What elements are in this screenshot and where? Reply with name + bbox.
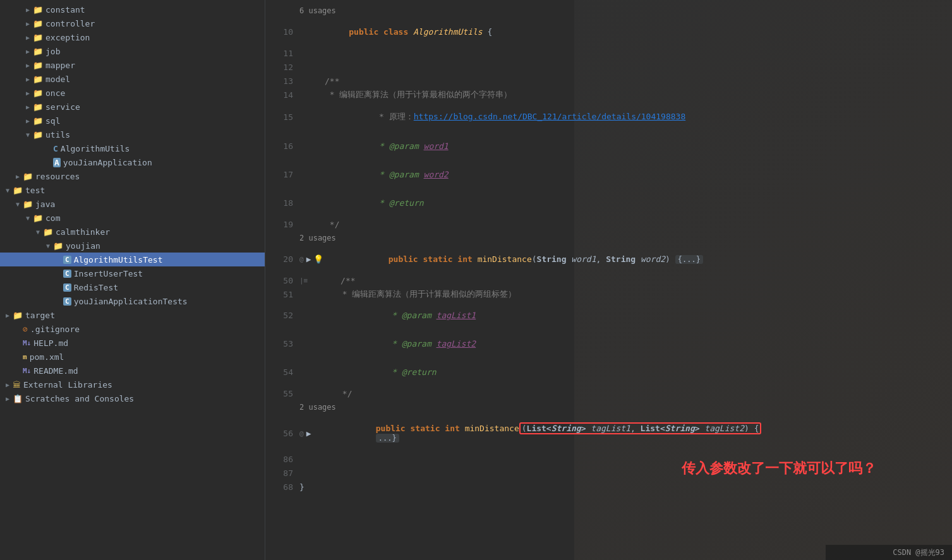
label-target: target	[25, 311, 55, 320]
code-comment-14: * 编辑距离算法（用于计算最相似的两个字符串）	[299, 89, 952, 100]
sidebar-item-youjian[interactable]: ▼ 📁 youjian	[0, 239, 265, 253]
sidebar-item-algorithmutils[interactable]: C AlgorithmUtils	[0, 141, 265, 155]
code-line-12: 12	[265, 60, 952, 74]
sidebar-item-youjianapplication[interactable]: A youJianApplication	[0, 155, 265, 169]
arrow-model: ▶	[23, 76, 33, 83]
sidebar-item-service[interactable]: ▶ 📁 service	[0, 100, 265, 114]
sidebar-item-constant[interactable]: ▶ 📁 constant	[0, 3, 265, 16]
kw-int-56: int	[445, 424, 464, 433]
folder-icon-service: 📁	[33, 102, 43, 112]
code-line-20: 20 @ ▶ 💡 public static int minDistance(S…	[265, 245, 952, 273]
label-scratchesandconsoles: Scratches and Consoles	[25, 394, 134, 403]
label-model: model	[45, 74, 70, 84]
code-line-10: 10 public class AlgorithmUtils {	[265, 18, 952, 46]
folder-icon-test: 📁	[13, 186, 23, 195]
gutter-icon-20: @	[299, 255, 304, 263]
sidebar-item-pomxml[interactable]: m pom.xml	[0, 350, 265, 364]
arrow-youjian: ▼	[43, 242, 53, 249]
param-tagList2: tagList2	[437, 339, 476, 349]
sidebar-item-model[interactable]: ▶ 📁 model	[0, 72, 265, 86]
sidebar-item-helpmd[interactable]: M↓ HELP.md	[0, 336, 265, 350]
line-num-17: 17	[268, 170, 299, 179]
line-num-68: 68	[268, 482, 299, 492]
code-line-53: 53 * @param tagList2	[265, 330, 952, 358]
usages-2b: 2 usages	[265, 400, 952, 414]
code-comment-50: /**	[310, 276, 952, 285]
sidebar-item-scratchesandconsoles[interactable]: ▶ 📋 Scratches and Consoles	[0, 391, 265, 405]
gitignore-icon: ⊘	[23, 325, 28, 334]
line-num-53: 53	[268, 339, 299, 349]
folder-icon-com: 📁	[33, 213, 43, 223]
link-15[interactable]: https://blog.csdn.net/DBC_121/article/de…	[414, 112, 685, 121]
sidebar-item-calmthinker[interactable]: ▼ 📁 calmthinker	[0, 225, 265, 239]
sidebar-item-readmemd[interactable]: M↓ README.md	[0, 364, 265, 378]
arrow-once: ▶	[23, 90, 33, 97]
code-text-18: * @return	[299, 189, 952, 217]
sidebar-item-insertusertest[interactable]: C InsertUserTest	[0, 266, 265, 280]
line-num-19: 19	[268, 220, 299, 229]
line-num-55: 55	[268, 389, 299, 398]
sidebar-item-externallibraries[interactable]: ▶ 🏛 External Libraries	[0, 378, 265, 391]
code-line-56: 56 @ ▶ public static int minDistance(Lis…	[265, 414, 952, 452]
label-test: test	[25, 186, 45, 195]
folder-icon-scratchesandconsoles: 📋	[13, 394, 23, 403]
red-box-params: (List<String> tagList1, List<String> tag…	[519, 422, 762, 434]
sidebar-item-java-test[interactable]: ▼ 📁 java	[0, 197, 265, 211]
code-text-68: }	[299, 482, 952, 492]
sidebar-item-test[interactable]: ▼ 📁 test	[0, 183, 265, 197]
sidebar-item-resources[interactable]: ▶ 📁 resources	[0, 169, 265, 183]
param-tagList2-56: tagList2	[700, 424, 744, 433]
code-line-11: 11	[265, 46, 952, 60]
md-icon-readme: M↓	[23, 367, 31, 375]
type-List-close-56b: >	[695, 424, 700, 433]
folder-icon-controller: 📁	[33, 19, 43, 28]
code-line-18: 18 * @return	[265, 189, 952, 217]
arrow-test: ▼	[3, 187, 13, 194]
bulb-icon-20: 💡	[313, 254, 323, 264]
arrow-target: ▶	[3, 312, 13, 319]
sidebar-item-sql[interactable]: ▶ 📁 sql	[0, 114, 265, 128]
xml-icon-pom: m	[23, 353, 27, 361]
sidebar-item-mapper[interactable]: ▶ 📁 mapper	[0, 58, 265, 72]
line-num-50: 50	[268, 276, 299, 285]
usages-2a: 2 usages	[265, 231, 952, 245]
sidebar-item-target[interactable]: ▶ 📁 target	[0, 308, 265, 322]
sidebar-item-redistest[interactable]: C RedisTest	[0, 280, 265, 294]
sidebar-item-algorithmutilstest[interactable]: C AlgorithmUtilsTest	[0, 253, 265, 266]
label-insertusertest: InsertUserTest	[74, 269, 143, 278]
file-tree[interactable]: ▶ 📁 constant ▶ 📁 controller ▶ 📁 exceptio…	[0, 0, 265, 560]
label-resources: resources	[35, 172, 80, 181]
sidebar-item-com[interactable]: ▼ 📁 com	[0, 211, 265, 225]
folder-icon-job: 📁	[33, 47, 43, 56]
sidebar-item-utils[interactable]: ▼ 📁 utils	[0, 128, 265, 141]
sidebar-item-job[interactable]: ▶ 📁 job	[0, 44, 265, 58]
folder-icon-youjian: 📁	[53, 241, 63, 251]
label-once: once	[45, 88, 65, 98]
label-readmemd: README.md	[33, 366, 78, 376]
code-text-56: public static int minDistance(List<Strin…	[313, 414, 952, 452]
code-editor-area: 6 usages 10 public class AlgorithmUtils …	[265, 0, 952, 560]
sidebar-item-once[interactable]: ▶ 📁 once	[0, 86, 265, 100]
param-tagList1: tagList1	[437, 311, 476, 320]
sidebar-item-exception[interactable]: ▶ 📁 exception	[0, 30, 265, 44]
folded-20[interactable]: {...}	[675, 255, 703, 264]
label-com: com	[45, 213, 60, 223]
kw-static-56: static	[411, 424, 445, 433]
sidebar-item-youjianapplicationtests[interactable]: C youJianApplicationTests	[0, 294, 265, 308]
code-text-10: public class AlgorithmUtils {	[299, 18, 952, 46]
folder-icon-calmthinker: 📁	[43, 227, 53, 237]
line-num-18: 18	[268, 198, 299, 208]
line-num-51: 51	[268, 290, 299, 299]
csdn-label: CSDN @摇光93	[893, 547, 944, 558]
comma-56: ,	[630, 424, 641, 433]
line-num-13: 13	[268, 76, 299, 86]
code-line-68: 68 }	[265, 480, 952, 494]
type-String-56a: String	[551, 424, 581, 433]
folded-56[interactable]: ...}	[376, 434, 399, 443]
param-word1-20: word1	[567, 254, 596, 264]
folder-icon-once: 📁	[33, 88, 43, 98]
sidebar-item-gitignore[interactable]: ⊘ .gitignore	[0, 322, 265, 336]
code-line-15: 15 * 原理：https://blog.csdn.net/DBC_121/ar…	[265, 102, 952, 132]
gutter-icon-56: @	[299, 429, 304, 438]
sidebar-item-controller[interactable]: ▶ 📁 controller	[0, 16, 265, 30]
